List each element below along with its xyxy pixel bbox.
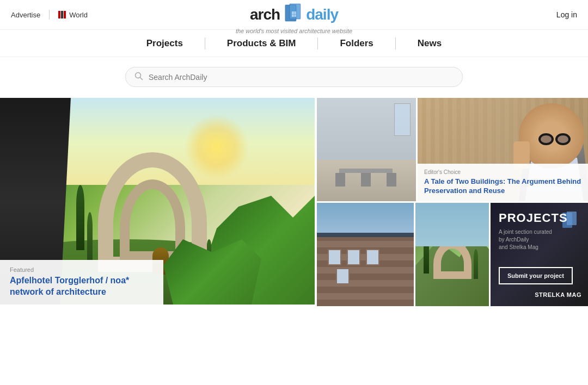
chair-2 [361,173,371,187]
thumbnail-arch-scene[interactable] [415,203,489,306]
editors-choice-label: Editor's Choice [424,169,583,175]
arch-structure [433,241,471,279]
tree-1 [76,185,84,250]
nav-news[interactable]: News [396,38,463,49]
tree-2 [87,212,93,261]
strelka-label: STRELKA MAG [535,291,581,298]
search-box [125,67,463,87]
search-input[interactable] [149,73,454,82]
logo-area: arch daily the world's most visited arch… [236,3,352,34]
sun-glow [184,114,249,179]
table-top [339,169,393,173]
content-grid: Featured Apfelhotel Torgglerhof / noa* n… [0,98,588,315]
brick-sky-area [317,203,414,233]
brick-window-1 [328,249,341,265]
projects-label: PROJECTS [499,211,557,225]
thumbnail-interior[interactable] [317,98,416,201]
thumbnail-editors-choice[interactable]: Editor's Choice A Tale of Two Buildings:… [418,98,588,201]
arch-sky [415,203,489,246]
top-right-row: Editor's Choice A Tale of Two Buildings:… [317,98,588,201]
login-button[interactable]: Log in [556,10,577,19]
logo-prefix: arch [250,6,280,23]
editors-choice-overlay: Editor's Choice A Tale of Two Buildings:… [418,164,588,201]
nav-projects[interactable]: Projects [125,38,205,49]
featured-caption: Featured Apfelhotel Torgglerhof / noa* n… [0,260,163,305]
world-flag-icon [58,11,66,18]
submit-project-button[interactable]: Submit your project [499,267,573,284]
nav-products-bim[interactable]: Products & BIM [205,38,318,49]
projects-section: PROJECTS A joint section curated by Arch… [491,203,588,306]
logo-tagline: the world's most visited architecture we… [236,28,352,34]
world-button[interactable]: World [58,11,88,19]
chair-1 [335,173,345,187]
svg-rect-6 [292,14,296,15]
top-bar: Advertise World arch [0,0,588,30]
featured-title[interactable]: Apfelhotel Torgglerhof / noa* network of… [10,275,154,298]
logo-suffix: daily [306,6,338,23]
editors-choice-title[interactable]: A Tale of Two Buildings: The Argument Be… [424,177,583,196]
featured-main-image[interactable]: Featured Apfelhotel Torgglerhof / noa* n… [0,98,315,305]
interior-window [394,103,411,136]
right-column: Editor's Choice A Tale of Two Buildings:… [317,98,588,315]
featured-label: Featured [10,266,154,273]
logo-container[interactable]: arch daily [250,3,338,27]
chair-row [328,173,404,187]
interior-furniture [328,152,404,185]
nav-folders[interactable]: Folders [318,38,395,49]
svg-rect-10 [567,212,577,225]
brick-roof-edge [317,233,414,237]
world-label: World [69,11,88,19]
brick-window-2 [347,249,360,265]
advertise-link[interactable]: Advertise [11,11,40,19]
glass-right [555,133,571,145]
projects-content: PROJECTS A joint section curated by Arch… [499,211,557,251]
bottom-right-row: PROJECTS A joint section curated by Arch… [317,203,588,306]
brick-window-4 [336,268,350,284]
logo-icon [281,3,305,27]
search-area [0,57,588,98]
chair-3 [387,173,396,187]
arch-tree-2 [474,249,478,279]
svg-line-8 [140,77,142,79]
search-icon [134,72,143,82]
top-bar-divider [49,10,50,20]
brick-window-3 [366,249,379,265]
glasses-frame [538,133,571,145]
thumbnail-brick-building[interactable] [317,203,414,306]
projects-description: A joint section curated by ArchDaily and… [499,228,557,251]
glass-left [538,133,554,145]
top-bar-left: Advertise World [11,10,88,20]
